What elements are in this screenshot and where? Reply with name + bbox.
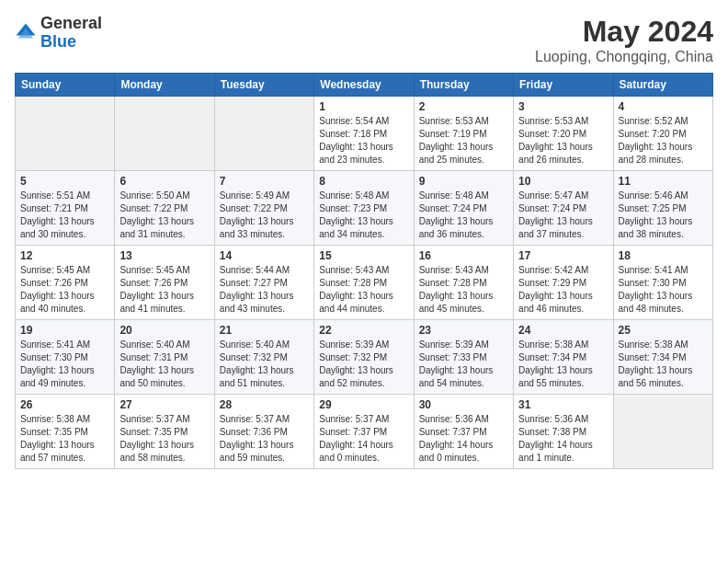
day-number: 13 [119, 249, 209, 262]
calendar-week-row: 19Sunrise: 5:41 AMSunset: 7:30 PMDayligh… [16, 320, 713, 395]
day-info: Sunrise: 5:37 AMSunset: 7:36 PMDaylight:… [220, 413, 309, 465]
calendar-cell: 23Sunrise: 5:39 AMSunset: 7:33 PMDayligh… [414, 320, 513, 395]
day-number: 24 [518, 324, 608, 337]
calendar-day-header: Thursday [414, 74, 513, 97]
calendar-day-header: Saturday [613, 74, 712, 97]
calendar-cell: 8Sunrise: 5:48 AMSunset: 7:23 PMDaylight… [314, 171, 414, 246]
calendar-cell: 25Sunrise: 5:38 AMSunset: 7:34 PMDayligh… [613, 320, 712, 395]
calendar-cell: 9Sunrise: 5:48 AMSunset: 7:24 PMDaylight… [414, 171, 513, 246]
day-number: 25 [619, 324, 708, 337]
calendar-cell [214, 97, 313, 171]
calendar-cell: 6Sunrise: 5:50 AMSunset: 7:22 PMDaylight… [115, 171, 214, 246]
calendar-cell: 24Sunrise: 5:38 AMSunset: 7:34 PMDayligh… [514, 320, 613, 395]
calendar-day-header: Wednesday [314, 74, 414, 97]
day-info: Sunrise: 5:41 AMSunset: 7:30 PMDaylight:… [619, 264, 708, 316]
logo: General Blue [15, 15, 102, 52]
day-number: 27 [119, 398, 209, 411]
day-info: Sunrise: 5:53 AMSunset: 7:19 PMDaylight:… [419, 115, 508, 167]
calendar-week-row: 5Sunrise: 5:51 AMSunset: 7:21 PMDaylight… [16, 171, 713, 246]
calendar-cell: 11Sunrise: 5:46 AMSunset: 7:25 PMDayligh… [613, 171, 712, 246]
day-number: 21 [220, 324, 309, 337]
calendar-day-header: Monday [115, 74, 214, 97]
day-number: 11 [619, 175, 708, 188]
calendar-week-row: 26Sunrise: 5:38 AMSunset: 7:35 PMDayligh… [16, 395, 713, 469]
day-info: Sunrise: 5:40 AMSunset: 7:32 PMDaylight:… [220, 339, 309, 390]
day-number: 26 [20, 398, 109, 411]
calendar-cell: 18Sunrise: 5:41 AMSunset: 7:30 PMDayligh… [613, 246, 712, 320]
day-number: 10 [518, 175, 608, 188]
day-number: 29 [319, 398, 408, 411]
day-number: 9 [419, 175, 508, 188]
day-number: 16 [419, 249, 508, 262]
day-number: 5 [20, 175, 109, 188]
day-info: Sunrise: 5:53 AMSunset: 7:20 PMDaylight:… [518, 115, 608, 167]
day-info: Sunrise: 5:36 AMSunset: 7:37 PMDaylight:… [419, 413, 508, 465]
calendar-cell: 16Sunrise: 5:43 AMSunset: 7:28 PMDayligh… [414, 246, 513, 320]
day-info: Sunrise: 5:39 AMSunset: 7:32 PMDaylight:… [319, 339, 408, 390]
logo-icon [15, 22, 37, 44]
calendar-cell: 4Sunrise: 5:52 AMSunset: 7:20 PMDaylight… [613, 97, 712, 171]
location: Luoping, Chongqing, China [535, 49, 713, 65]
day-info: Sunrise: 5:43 AMSunset: 7:28 PMDaylight:… [419, 264, 508, 316]
day-info: Sunrise: 5:52 AMSunset: 7:20 PMDaylight:… [619, 115, 708, 167]
day-info: Sunrise: 5:42 AMSunset: 7:29 PMDaylight:… [518, 264, 608, 316]
day-info: Sunrise: 5:44 AMSunset: 7:27 PMDaylight:… [220, 264, 309, 316]
calendar-day-header: Sunday [16, 74, 115, 97]
calendar-day-header: Tuesday [214, 74, 313, 97]
calendar-cell [613, 395, 712, 469]
day-info: Sunrise: 5:38 AMSunset: 7:34 PMDaylight:… [619, 339, 708, 390]
calendar-body: 1Sunrise: 5:54 AMSunset: 7:18 PMDaylight… [16, 97, 713, 469]
day-number: 20 [119, 324, 209, 337]
calendar-cell: 3Sunrise: 5:53 AMSunset: 7:20 PMDaylight… [514, 97, 613, 171]
calendar-cell [16, 97, 115, 171]
day-number: 30 [419, 398, 508, 411]
calendar-cell: 2Sunrise: 5:53 AMSunset: 7:19 PMDaylight… [414, 97, 513, 171]
calendar-cell: 15Sunrise: 5:43 AMSunset: 7:28 PMDayligh… [314, 246, 414, 320]
day-info: Sunrise: 5:50 AMSunset: 7:22 PMDaylight:… [119, 190, 209, 241]
day-info: Sunrise: 5:51 AMSunset: 7:21 PMDaylight:… [20, 190, 109, 241]
month-title: May 2024 [535, 15, 713, 49]
day-number: 17 [518, 249, 608, 262]
calendar-cell: 29Sunrise: 5:37 AMSunset: 7:37 PMDayligh… [314, 395, 414, 469]
calendar-cell: 5Sunrise: 5:51 AMSunset: 7:21 PMDaylight… [16, 171, 115, 246]
day-info: Sunrise: 5:41 AMSunset: 7:30 PMDaylight:… [20, 339, 109, 390]
day-info: Sunrise: 5:39 AMSunset: 7:33 PMDaylight:… [419, 339, 508, 390]
calendar-cell: 17Sunrise: 5:42 AMSunset: 7:29 PMDayligh… [514, 246, 613, 320]
day-info: Sunrise: 5:48 AMSunset: 7:23 PMDaylight:… [319, 190, 408, 241]
calendar-table: SundayMondayTuesdayWednesdayThursdayFrid… [15, 73, 713, 469]
calendar-cell: 20Sunrise: 5:40 AMSunset: 7:31 PMDayligh… [115, 320, 214, 395]
day-info: Sunrise: 5:38 AMSunset: 7:35 PMDaylight:… [20, 413, 109, 465]
calendar-cell: 7Sunrise: 5:49 AMSunset: 7:22 PMDaylight… [214, 171, 313, 246]
calendar-cell [115, 97, 214, 171]
day-number: 7 [220, 175, 309, 188]
calendar-cell: 10Sunrise: 5:47 AMSunset: 7:24 PMDayligh… [514, 171, 613, 246]
day-number: 14 [220, 249, 309, 262]
day-number: 22 [319, 324, 408, 337]
day-number: 6 [119, 175, 209, 188]
day-info: Sunrise: 5:48 AMSunset: 7:24 PMDaylight:… [419, 190, 508, 241]
day-info: Sunrise: 5:45 AMSunset: 7:26 PMDaylight:… [20, 264, 109, 316]
day-info: Sunrise: 5:49 AMSunset: 7:22 PMDaylight:… [220, 190, 309, 241]
calendar-cell: 14Sunrise: 5:44 AMSunset: 7:27 PMDayligh… [214, 246, 313, 320]
day-info: Sunrise: 5:36 AMSunset: 7:38 PMDaylight:… [518, 413, 608, 465]
day-number: 2 [419, 100, 508, 113]
calendar-cell: 19Sunrise: 5:41 AMSunset: 7:30 PMDayligh… [16, 320, 115, 395]
calendar-cell: 21Sunrise: 5:40 AMSunset: 7:32 PMDayligh… [214, 320, 313, 395]
day-info: Sunrise: 5:46 AMSunset: 7:25 PMDaylight:… [619, 190, 708, 241]
calendar-cell: 22Sunrise: 5:39 AMSunset: 7:32 PMDayligh… [314, 320, 414, 395]
day-number: 4 [619, 100, 708, 113]
calendar-week-row: 12Sunrise: 5:45 AMSunset: 7:26 PMDayligh… [16, 246, 713, 320]
calendar-day-header: Friday [514, 74, 613, 97]
day-info: Sunrise: 5:43 AMSunset: 7:28 PMDaylight:… [319, 264, 408, 316]
day-number: 15 [319, 249, 408, 262]
day-info: Sunrise: 5:37 AMSunset: 7:37 PMDaylight:… [319, 413, 408, 465]
calendar-week-row: 1Sunrise: 5:54 AMSunset: 7:18 PMDaylight… [16, 97, 713, 171]
calendar-cell: 1Sunrise: 5:54 AMSunset: 7:18 PMDaylight… [314, 97, 414, 171]
day-info: Sunrise: 5:37 AMSunset: 7:35 PMDaylight:… [119, 413, 209, 465]
day-number: 23 [419, 324, 508, 337]
day-number: 19 [20, 324, 109, 337]
day-number: 31 [518, 398, 608, 411]
calendar-header: SundayMondayTuesdayWednesdayThursdayFrid… [16, 74, 713, 97]
header-row: SundayMondayTuesdayWednesdayThursdayFrid… [16, 74, 713, 97]
calendar-cell: 30Sunrise: 5:36 AMSunset: 7:37 PMDayligh… [414, 395, 513, 469]
